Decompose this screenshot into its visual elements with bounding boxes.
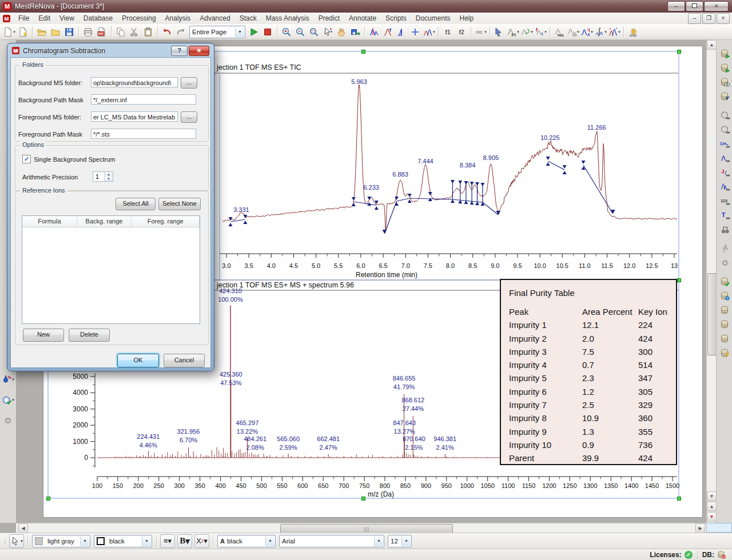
settings-gear-button[interactable] [1,414,15,427]
pointer-mode-button[interactable] [321,25,335,39]
menu-item-documents[interactable]: Documents [411,14,455,22]
minimize-button[interactable]: – [667,1,685,11]
reference-ions-table[interactable]: FormulaBackg. rangeForeg. range [22,215,200,324]
next-page-button[interactable]: ▼ [707,512,717,522]
menu-item-processing[interactable]: Processing [117,14,160,22]
spin-down-icon[interactable]: ▼ [105,177,113,181]
final-purity-table[interactable]: Final Purity Table PeakArea PercentKey I… [500,279,677,465]
f2-dimension-button[interactable]: f2 [455,25,468,39]
multiplet-analysis-button[interactable]: ▾ [607,25,621,39]
bold-button[interactable]: B▾ [177,534,192,548]
doc-minimize-button[interactable]: – [688,13,701,24]
menu-item-analysis[interactable]: Analysis [161,14,196,22]
scroll-left-button[interactable]: ◀ [18,523,28,533]
bg-browse-button[interactable]: ... [181,77,197,89]
db-archive-2-button[interactable] [718,318,732,331]
spin-up-icon[interactable]: ▲ [105,172,113,177]
zoom-selection-button[interactable] [307,25,321,39]
horizontal-scrollbar[interactable]: ◀ ||| ▶ [16,523,706,533]
select-none-button[interactable]: Select None [158,198,201,210]
db-export-button[interactable] [718,47,732,61]
db-lightning-button[interactable] [718,346,732,360]
menu-item-annotate[interactable]: Annotate [344,14,381,22]
doc-restore-button[interactable]: ❐ [702,13,715,24]
ref-column-3[interactable]: Foreg. range [132,216,200,227]
menu-item-edit[interactable]: Edit [34,14,55,22]
menu-item-advanced[interactable]: Advanced [195,14,234,22]
peak-picking-button[interactable]: ʎ▾ [580,25,594,39]
db-view-button[interactable] [718,75,732,89]
dialog-help-button[interactable]: ? [171,46,188,56]
export-pdf-button[interactable]: PDF [95,25,109,39]
chromatogram-subtraction-dialog[interactable]: M Chromatogram Subtraction ? × Folders B… [7,43,214,371]
menu-item-view[interactable]: View [55,14,79,22]
molecule-match-alt-button[interactable] [718,123,732,137]
open-document-button[interactable] [49,25,62,39]
structure-verify-button[interactable]: ▾ [1,393,15,407]
f1-dimension-button[interactable]: f1 [441,25,455,39]
chevron-down-icon[interactable]: ▾ [484,30,487,34]
peak-half-button[interactable] [395,25,408,39]
doc-close-button[interactable]: × [717,13,730,24]
binoculars-search-button[interactable] [718,223,732,237]
text-search-button[interactable]: T [718,209,732,222]
structure-tool-button[interactable] [718,242,732,255]
restore-button[interactable] [686,1,703,11]
chevron-down-icon[interactable]: ▾ [577,30,579,34]
phase-correction-2-button[interactable]: ▾ [534,25,547,39]
subscript-button[interactable]: X2▾ [194,534,209,548]
stop-script-button[interactable] [261,25,274,39]
fg-browse-button[interactable]: ... [181,111,197,123]
single-background-checkbox[interactable]: ✓ [22,155,31,163]
coupling-search-button[interactable]: J [718,166,732,179]
new-button[interactable]: New [23,329,64,342]
chevron-down-icon[interactable]: ▾ [433,30,435,34]
chevron-down-icon[interactable]: ▾ [531,30,533,34]
selection-handle[interactable] [46,497,50,501]
fg-mask-input[interactable]: */*.sts [91,129,196,139]
new-page-button[interactable] [16,25,30,39]
dialog-close-button[interactable]: × [189,46,209,56]
scroll-up-button[interactable]: ▲ [707,40,717,50]
integration-button[interactable]: ▾ [594,25,607,39]
chevron-down-icon[interactable]: ▾ [517,30,519,34]
phase-correction-button[interactable]: ▾ [520,25,534,39]
chevron-down-icon[interactable]: ▾ [618,30,620,34]
bg-mask-input[interactable]: */_extern.inf [91,94,196,105]
gsd-deconvolution-button[interactable]: GSD [626,25,640,39]
vertical-scroll-thumb[interactable] [707,273,717,355]
menu-item-file[interactable]: File [14,14,34,22]
db-archive-3-button[interactable] [718,332,732,346]
select-all-button[interactable]: Select All [116,198,156,210]
ok-button[interactable]: OK [117,354,159,367]
scroll-down-button[interactable]: ▼ [707,491,717,501]
db-check-button[interactable] [718,275,732,289]
run-script-button[interactable] [247,25,261,39]
chevron-down-icon[interactable]: ▾ [591,30,593,34]
undo-button[interactable] [160,25,174,39]
ch3-search-button[interactable]: CH₃ [718,137,732,151]
zoom-in-button[interactable] [280,25,293,39]
molecule-match-button[interactable] [718,109,732,122]
copy-button[interactable] [114,25,128,39]
save-view-button[interactable] [348,25,362,39]
selection-handle[interactable] [361,50,365,54]
selection-handle[interactable] [677,497,681,501]
multiplet-search-button[interactable] [718,180,732,194]
selection-handle[interactable] [361,497,365,501]
fid-tool-button[interactable]: FID▾ [474,25,487,39]
font-color-combo[interactable]: A black▼ [217,535,276,547]
print-button[interactable] [81,25,95,39]
peak-search-button[interactable] [718,151,732,165]
vertical-scrollbar[interactable]: ▲ ▼ ▲ ▼ [706,40,717,523]
licenses-ok-icon[interactable]: ✓ [685,551,693,559]
solvent-suppression-button[interactable]: %▾ [1,373,15,386]
fill-color-combo[interactable]: light gray▼ [32,535,90,547]
pointer-process-button[interactable] [492,25,506,39]
db-import-button[interactable] [718,90,732,103]
redo-button[interactable] [174,25,188,39]
menu-item-predict[interactable]: Predict [314,14,344,22]
fourier-transform-button[interactable]: FT▾ [506,25,520,39]
precision-spinner[interactable]: 1 ▲▼ [93,171,113,182]
menu-item-help[interactable]: Help [455,14,478,22]
